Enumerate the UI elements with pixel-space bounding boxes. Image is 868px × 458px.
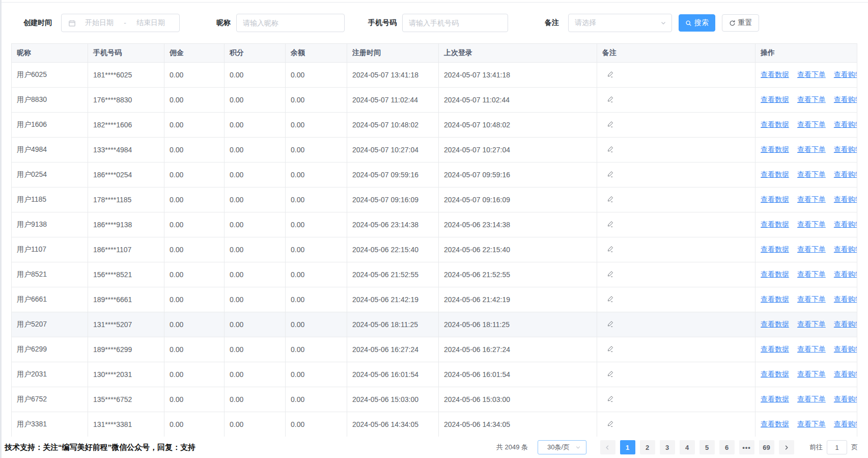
view-data-link[interactable]: 查看数据 bbox=[761, 420, 789, 428]
start-date-placeholder[interactable]: 开始日期 bbox=[76, 18, 123, 28]
next-page-button[interactable] bbox=[779, 440, 794, 454]
view-cart-link[interactable]: 查看购物车 bbox=[834, 270, 857, 278]
view-data-link[interactable]: 查看数据 bbox=[761, 370, 789, 378]
edit-remark-icon[interactable] bbox=[607, 220, 614, 228]
view-cart-link[interactable]: 查看购物车 bbox=[834, 120, 857, 128]
pager-page-3[interactable]: 3 bbox=[660, 440, 675, 454]
view-cart-link[interactable]: 查看购物车 bbox=[834, 145, 857, 153]
column-header-7: 备注 bbox=[597, 44, 755, 63]
view-orders-link[interactable]: 查看下单 bbox=[797, 370, 826, 378]
cell-last-login: 2024-05-06 15:03:00 bbox=[439, 387, 597, 412]
edit-remark-icon[interactable] bbox=[607, 120, 614, 128]
view-data-link[interactable]: 查看数据 bbox=[761, 195, 789, 203]
edit-remark-icon[interactable] bbox=[607, 295, 614, 303]
edit-remark-icon[interactable] bbox=[607, 370, 614, 378]
view-data-link[interactable]: 查看数据 bbox=[761, 320, 789, 328]
prev-page-button[interactable] bbox=[600, 440, 615, 454]
cell-nickname: 用户6299 bbox=[12, 337, 88, 362]
view-cart-link[interactable]: 查看购物车 bbox=[834, 420, 857, 428]
edit-remark-icon[interactable] bbox=[607, 320, 614, 328]
view-orders-link[interactable]: 查看下单 bbox=[797, 95, 826, 103]
view-cart-link[interactable]: 查看购物车 bbox=[834, 370, 857, 378]
cell-balance: 0.00 bbox=[286, 113, 347, 138]
view-orders-link[interactable]: 查看下单 bbox=[797, 195, 826, 203]
view-data-link[interactable]: 查看数据 bbox=[761, 295, 789, 303]
view-cart-link[interactable]: 查看购物车 bbox=[834, 70, 857, 78]
phone-input[interactable] bbox=[402, 14, 508, 32]
view-orders-link[interactable]: 查看下单 bbox=[797, 295, 826, 303]
view-cart-link[interactable]: 查看购物车 bbox=[834, 395, 857, 403]
cell-commission: 0.00 bbox=[164, 287, 225, 312]
remark-select[interactable]: 请选择 bbox=[568, 14, 672, 32]
cell-last-login: 2024-05-07 11:02:44 bbox=[439, 88, 597, 113]
pager-page-1[interactable]: 1 bbox=[620, 440, 635, 454]
view-data-link[interactable]: 查看数据 bbox=[761, 220, 789, 228]
cell-remark bbox=[597, 212, 755, 237]
page-size-select[interactable]: 30条/页 bbox=[538, 440, 586, 454]
view-orders-link[interactable]: 查看下单 bbox=[797, 320, 826, 328]
view-orders-link[interactable]: 查看下单 bbox=[797, 245, 826, 253]
edit-remark-icon[interactable] bbox=[607, 170, 614, 178]
view-cart-link[interactable]: 查看购物车 bbox=[834, 195, 857, 203]
view-orders-link[interactable]: 查看下单 bbox=[797, 170, 826, 178]
cell-commission: 0.00 bbox=[164, 138, 225, 163]
cell-phone: 156****8521 bbox=[88, 262, 164, 287]
pager-page-5[interactable]: 5 bbox=[699, 440, 715, 454]
table-row: 用户4984 133****4984 0.00 0.00 0.00 2024-0… bbox=[12, 138, 857, 163]
view-cart-link[interactable]: 查看购物车 bbox=[834, 220, 857, 228]
view-data-link[interactable]: 查看数据 bbox=[761, 95, 789, 103]
view-data-link[interactable]: 查看数据 bbox=[761, 145, 789, 153]
edit-remark-icon[interactable] bbox=[607, 395, 614, 402]
view-cart-link[interactable]: 查看购物车 bbox=[834, 295, 857, 303]
cell-phone: 186****1107 bbox=[88, 237, 164, 262]
pager-page-6[interactable]: 6 bbox=[719, 440, 735, 454]
pager-page-2[interactable]: 2 bbox=[640, 440, 655, 454]
view-orders-link[interactable]: 查看下单 bbox=[797, 345, 826, 353]
view-data-link[interactable]: 查看数据 bbox=[761, 345, 789, 353]
view-orders-link[interactable]: 查看下单 bbox=[797, 70, 826, 78]
view-cart-link[interactable]: 查看购物车 bbox=[834, 320, 857, 328]
end-date-placeholder[interactable]: 结束日期 bbox=[127, 18, 174, 28]
view-cart-link[interactable]: 查看购物车 bbox=[834, 170, 857, 178]
pager-ellipsis[interactable]: ••• bbox=[739, 440, 754, 454]
edit-remark-icon[interactable] bbox=[607, 70, 614, 78]
nickname-input[interactable] bbox=[236, 14, 345, 32]
cell-last-login: 2024-05-07 13:41:18 bbox=[439, 63, 597, 88]
view-data-link[interactable]: 查看数据 bbox=[761, 395, 789, 403]
view-orders-link[interactable]: 查看下单 bbox=[797, 220, 826, 228]
edit-remark-icon[interactable] bbox=[607, 345, 614, 353]
pager-page-4[interactable]: 4 bbox=[680, 440, 695, 454]
view-orders-link[interactable]: 查看下单 bbox=[797, 145, 826, 153]
cell-last-login: 2024-05-07 10:48:02 bbox=[439, 113, 597, 138]
edit-remark-icon[interactable] bbox=[607, 95, 614, 103]
edit-remark-icon[interactable] bbox=[607, 195, 614, 203]
view-cart-link[interactable]: 查看购物车 bbox=[834, 95, 857, 103]
jump-page-input[interactable] bbox=[827, 440, 847, 454]
view-orders-link[interactable]: 查看下单 bbox=[797, 120, 826, 128]
view-orders-link[interactable]: 查看下单 bbox=[797, 420, 826, 428]
reset-button[interactable]: 重置 bbox=[722, 14, 759, 32]
view-data-link[interactable]: 查看数据 bbox=[761, 270, 789, 278]
pager-page-69[interactable]: 69 bbox=[759, 440, 774, 454]
cell-register-time: 2024-05-06 23:14:38 bbox=[347, 212, 439, 237]
view-orders-link[interactable]: 查看下单 bbox=[797, 395, 826, 403]
search-button[interactable]: 搜索 bbox=[679, 14, 715, 32]
view-data-link[interactable]: 查看数据 bbox=[761, 70, 789, 78]
cell-remark bbox=[597, 113, 755, 138]
edit-remark-icon[interactable] bbox=[607, 420, 614, 427]
view-cart-link[interactable]: 查看购物车 bbox=[834, 245, 857, 253]
cell-register-time: 2024-05-06 21:52:55 bbox=[347, 262, 439, 287]
edit-remark-icon[interactable] bbox=[607, 245, 614, 253]
view-data-link[interactable]: 查看数据 bbox=[761, 245, 789, 253]
edit-remark-icon[interactable] bbox=[607, 270, 614, 278]
cell-register-time: 2024-05-07 13:41:18 bbox=[347, 63, 439, 88]
view-cart-link[interactable]: 查看购物车 bbox=[834, 345, 857, 353]
view-data-link[interactable]: 查看数据 bbox=[761, 170, 789, 178]
view-orders-link[interactable]: 查看下单 bbox=[797, 270, 826, 278]
edit-remark-icon[interactable] bbox=[607, 145, 614, 153]
cell-balance: 0.00 bbox=[286, 63, 347, 88]
view-data-link[interactable]: 查看数据 bbox=[761, 120, 789, 128]
cell-actions: 查看数据 查看下单 查看购物车 bbox=[755, 237, 857, 262]
create-time-range-picker[interactable]: 开始日期 - 结束日期 bbox=[61, 14, 180, 32]
cell-phone: 130****2031 bbox=[88, 362, 164, 387]
